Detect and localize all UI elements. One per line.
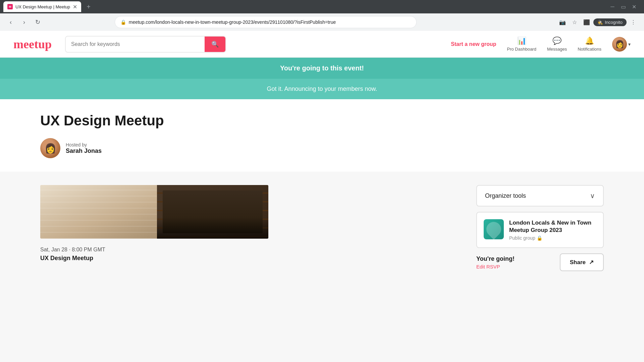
extensions-icon[interactable]: ⬛	[581, 17, 592, 27]
edit-rsvp-link[interactable]: Edit RSVP	[476, 264, 515, 269]
header-navigation: Start a new group 📊 Pro Dashboard 💬 Mess…	[451, 37, 631, 52]
hosted-by-section: 👩 Hosted by Sarah Jonas	[40, 138, 604, 158]
going-banner-text: You're going to this event!	[280, 64, 364, 72]
event-main-section: Sat, Jan 28 · 8:00 PM GMT UX Design Meet…	[40, 185, 463, 271]
minimize-button[interactable]: ─	[608, 3, 616, 11]
pro-dashboard-icon: 📊	[517, 37, 526, 45]
start-group-link[interactable]: Start a new group	[451, 41, 496, 47]
main-content: UX Design Meetup 👩 Hosted by Sarah Jonas	[0, 99, 644, 172]
announcing-banner: Got it. Announcing to your members now.	[0, 79, 644, 99]
group-lock-icon: 🔒	[537, 235, 542, 241]
bookmark-icon[interactable]: ☆	[569, 17, 580, 27]
menu-button[interactable]: ⋮	[628, 17, 639, 27]
search-icon: 🔍	[211, 41, 219, 48]
organizer-tools-button[interactable]: Organizer tools ∨	[476, 185, 604, 206]
messages-icon: 💬	[552, 37, 561, 45]
forward-button[interactable]: ›	[19, 17, 30, 27]
group-info: London Locals & New in Town Meetup Group…	[509, 219, 596, 241]
search-button[interactable]: 🔍	[205, 37, 225, 52]
event-going-banner: You're going to this event!	[0, 58, 644, 79]
incognito-icon: 🕵	[597, 20, 603, 25]
event-image-gallery	[40, 185, 268, 239]
browser-action-icons: 📷 ☆ ⬛ 🕵 Incognito ⋮	[557, 17, 639, 27]
back-button[interactable]: ‹	[5, 17, 16, 27]
rsvp-share-row: You're going! Edit RSVP Share ↗	[476, 248, 604, 271]
pro-dashboard-nav-item[interactable]: 📊 Pro Dashboard	[507, 37, 536, 52]
youre-going-text: You're going!	[476, 255, 515, 262]
event-details: Sat, Jan 28 · 8:00 PM GMT UX Design Meet…	[40, 247, 463, 262]
notifications-nav-item[interactable]: 🔔 Notifications	[578, 37, 601, 52]
close-window-button[interactable]: ✕	[630, 3, 638, 11]
lock-icon: 🔒	[120, 19, 126, 25]
new-tab-button[interactable]: +	[84, 2, 93, 11]
maximize-button[interactable]: ▭	[619, 3, 627, 11]
event-image-right	[157, 185, 268, 239]
share-button[interactable]: Share ↗	[560, 253, 604, 271]
host-name[interactable]: Sarah Jonas	[66, 147, 102, 155]
browser-tab[interactable]: M UX Design Meetup | Meetup ✕	[3, 1, 81, 12]
browser-chrome: M UX Design Meetup | Meetup ✕ + ─ ▭ ✕	[0, 0, 644, 13]
share-label: Share	[570, 259, 586, 266]
group-icon	[484, 219, 504, 239]
announcing-banner-text: Got it. Announcing to your members now.	[267, 85, 377, 92]
pro-dashboard-label: Pro Dashboard	[507, 47, 536, 52]
avatar[interactable]: 👩	[612, 37, 627, 52]
share-icon: ↗	[589, 259, 594, 266]
search-input[interactable]	[66, 37, 205, 51]
going-section: You're going! Edit RSVP	[476, 255, 515, 269]
event-name: UX Design Meetup	[40, 255, 463, 262]
tab-title: UX Design Meetup | Meetup	[15, 4, 70, 9]
messages-nav-item[interactable]: 💬 Messages	[547, 37, 567, 52]
site-header: meetup 🔍 Start a new group 📊 Pro Dashboa…	[0, 31, 644, 58]
hosted-by-label: Hosted by	[66, 142, 102, 147]
host-avatar[interactable]: 👩	[40, 138, 60, 158]
group-type: Public group 🔒	[509, 235, 596, 241]
notifications-label: Notifications	[578, 47, 601, 52]
group-name[interactable]: London Locals & New in Town Meetup Group…	[509, 219, 596, 234]
refresh-button[interactable]: ↻	[32, 17, 43, 27]
search-container: 🔍	[65, 36, 226, 53]
event-title: UX Design Meetup	[40, 113, 604, 129]
notifications-icon: 🔔	[585, 37, 594, 45]
event-date: Sat, Jan 28 · 8:00 PM GMT	[40, 247, 463, 253]
browser-navbar: ‹ › ↻ 🔒 meetup.com/london-locals-new-in-…	[0, 13, 644, 31]
url-text: meetup.com/london-locals-new-in-town-mee…	[129, 19, 411, 25]
messages-label: Messages	[547, 47, 567, 52]
organizer-tools-label: Organizer tools	[485, 192, 526, 199]
organizer-tools-chevron-icon: ∨	[590, 192, 595, 200]
address-bar[interactable]: 🔒 meetup.com/london-locals-new-in-town-m…	[115, 16, 417, 28]
meetup-logo[interactable]: meetup	[13, 37, 52, 51]
camera-icon[interactable]: 📷	[557, 17, 568, 27]
event-sidebar: Organizer tools ∨ London Locals & New in…	[476, 185, 604, 271]
tab-favicon: M	[7, 4, 13, 9]
avatar-chevron-icon[interactable]: ▾	[628, 42, 631, 47]
event-image-left	[40, 185, 157, 239]
incognito-indicator: 🕵 Incognito	[593, 18, 627, 26]
host-info: Hosted by Sarah Jonas	[66, 142, 102, 155]
below-fold-section: Sat, Jan 28 · 8:00 PM GMT UX Design Meet…	[0, 172, 644, 285]
group-card: London Locals & New in Town Meetup Group…	[476, 212, 604, 248]
tab-close-button[interactable]: ✕	[73, 4, 77, 10]
